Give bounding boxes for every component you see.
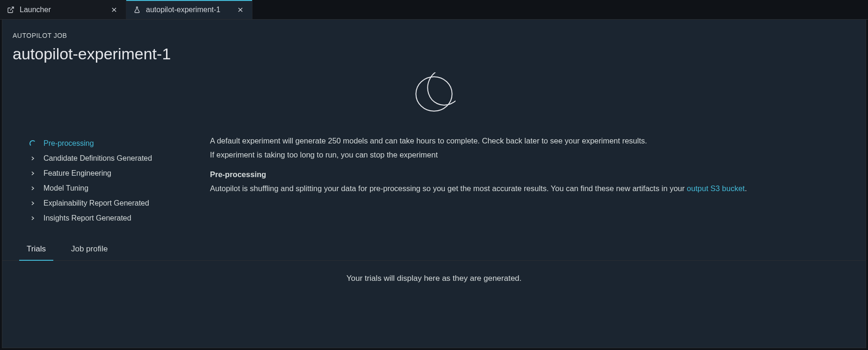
spinner-icon bbox=[28, 138, 38, 149]
chevron-right-icon bbox=[28, 168, 38, 179]
step-insights-report[interactable]: Insights Report Generated bbox=[28, 211, 182, 226]
subtab-trials[interactable]: Trials bbox=[16, 240, 56, 260]
step-explainability-report[interactable]: Explainability Report Generated bbox=[28, 196, 182, 211]
description-text: . bbox=[745, 184, 747, 193]
close-icon[interactable] bbox=[235, 5, 246, 15]
description-panel: A default experiment will generate 250 m… bbox=[210, 134, 855, 226]
chevron-right-icon bbox=[28, 213, 38, 223]
subtab-job-profile[interactable]: Job profile bbox=[61, 240, 118, 260]
page-title: autopilot-experiment-1 bbox=[13, 45, 855, 63]
description-line: A default experiment will generate 250 m… bbox=[210, 134, 846, 147]
trials-empty-message: Your trials will display here as they ar… bbox=[2, 261, 866, 296]
external-link-icon bbox=[7, 6, 15, 14]
description-text: Autopilot is shuffling and splitting you… bbox=[210, 184, 687, 193]
tab-label: Launcher bbox=[20, 6, 102, 14]
svg-line-0 bbox=[10, 7, 14, 10]
step-candidate-definitions[interactable]: Candidate Definitions Generated bbox=[28, 151, 182, 166]
step-pre-processing[interactable]: Pre-processing bbox=[28, 136, 182, 151]
chevron-right-icon bbox=[28, 153, 38, 164]
step-feature-engineering[interactable]: Feature Engineering bbox=[28, 166, 182, 181]
step-label: Pre-processing bbox=[43, 139, 94, 148]
description-line: Autopilot is shuffling and splitting you… bbox=[210, 182, 846, 195]
chevron-right-icon bbox=[28, 198, 38, 208]
description-line: If experiment is taking too long to run,… bbox=[210, 148, 846, 161]
subtab-bar: Trials Job profile bbox=[2, 235, 866, 261]
window-tab-bar: Launcher autopilot-experiment-1 bbox=[0, 0, 868, 20]
tab-autopilot-experiment[interactable]: autopilot-experiment-1 bbox=[126, 0, 253, 19]
progress-steps: Pre-processing Candidate Definitions Gen… bbox=[28, 134, 182, 226]
flask-icon bbox=[133, 6, 141, 14]
description-section-label: Pre-processing bbox=[210, 168, 846, 181]
chevron-right-icon bbox=[28, 183, 38, 193]
loading-spinner-area bbox=[2, 68, 866, 134]
close-icon[interactable] bbox=[109, 5, 119, 15]
content-panel: AUTOPILOT JOB autopilot-experiment-1 Pre… bbox=[2, 20, 866, 348]
step-model-tuning[interactable]: Model Tuning bbox=[28, 181, 182, 196]
output-s3-bucket-link[interactable]: output S3 bucket bbox=[687, 184, 745, 193]
tab-launcher[interactable]: Launcher bbox=[0, 0, 126, 19]
step-label: Explainability Report Generated bbox=[43, 199, 149, 207]
step-label: Candidate Definitions Generated bbox=[43, 154, 152, 163]
tab-label: autopilot-experiment-1 bbox=[146, 6, 229, 14]
loading-spinner-icon bbox=[412, 72, 456, 115]
step-label: Insights Report Generated bbox=[43, 214, 131, 222]
svg-point-5 bbox=[416, 77, 452, 111]
overline-label: AUTOPILOT JOB bbox=[13, 32, 855, 39]
step-label: Feature Engineering bbox=[43, 169, 111, 178]
step-label: Model Tuning bbox=[43, 184, 88, 193]
header-block: AUTOPILOT JOB autopilot-experiment-1 bbox=[2, 20, 866, 68]
